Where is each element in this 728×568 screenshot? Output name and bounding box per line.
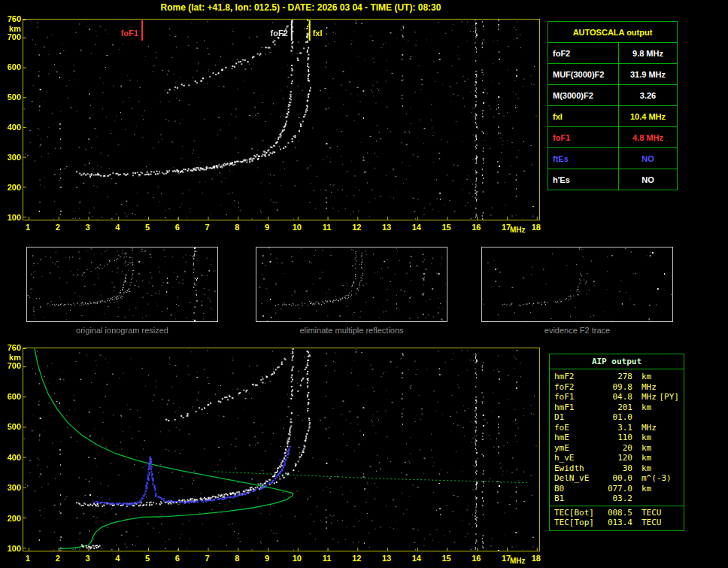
autoscala-row-1: MUF(3000)F231.9 MHz <box>548 64 678 85</box>
thumbnail-canvas-2 <box>256 248 447 321</box>
thumbnail-canvas-3 <box>482 248 672 321</box>
aip-row-8: h_vE120km <box>550 453 684 463</box>
aip-row-label: TEC[Bot] <box>554 508 602 518</box>
aip-row-2: foF104.8MHz[PY] <box>550 392 684 402</box>
top-y-tick-200: 200 <box>2 183 21 192</box>
aip-row-label: foF2 <box>554 382 602 393</box>
top-x-tick-4: 4 <box>110 223 125 232</box>
aip-row-unit: m^(-3) <box>632 473 679 484</box>
autoscala-row-label: foF2 <box>548 43 619 64</box>
bottom-y-tick-200: 200 <box>2 514 21 523</box>
top-x-tick-18: 18 <box>529 223 544 232</box>
top-y-tick-600: 600 <box>2 62 21 71</box>
bottom-y-tick-100: 100 <box>2 544 21 553</box>
aip-output-rows: hmF2278kmfoF209.8MHzfoF104.8MHz[PY]hmF12… <box>550 372 684 528</box>
aip-row-label: B0 <box>554 484 602 494</box>
page-title: Rome (lat: +41.8, lon: 012.5) - DATE: 20… <box>45 2 557 13</box>
top-y-tick-700: 700 <box>2 32 21 41</box>
aip-row-label: hmF2 <box>554 372 602 382</box>
autoscala-app: Rome (lat: +41.8, lon: 012.5) - DATE: 20… <box>0 0 728 568</box>
thumbnail-caption-2: eliminate multiple reflections <box>256 326 447 335</box>
aip-row-14: TEC[Top]013.4TECU <box>550 518 684 528</box>
marker-label-2: fxI <box>313 29 340 38</box>
autoscala-row-6: h'EsNO <box>548 169 678 190</box>
aip-row-value: 008.5 <box>602 508 632 518</box>
aip-row-value: 09.8 <box>602 382 632 393</box>
thumbnail-caption-1: original ionogram resized <box>26 326 218 335</box>
aip-row-label: TEC[Top] <box>554 518 602 528</box>
aip-row-label: h_vE <box>554 453 602 463</box>
bottom-x-tick-7: 7 <box>200 554 215 563</box>
aip-row-label: foF1 <box>554 392 602 402</box>
aip-row-unit: MHz <box>632 423 679 433</box>
autoscala-row-label: h'Es <box>548 169 619 190</box>
aip-row-13: TEC[Bot]008.5TECU <box>550 508 684 518</box>
autoscala-row-label: ftEs <box>548 148 619 169</box>
top-y-tick-500: 500 <box>2 93 21 102</box>
bottom-x-tick-1: 1 <box>20 554 35 563</box>
autoscala-row-value: NO <box>619 169 678 190</box>
autoscala-row-label: fxI <box>548 106 619 127</box>
aip-row-value: 120 <box>602 453 632 463</box>
bottom-y-tick-700: 700 <box>2 361 21 370</box>
aip-row-unit: km <box>632 453 679 463</box>
bottom-y-unit: km <box>2 353 21 362</box>
aip-row-value: 30 <box>602 463 632 474</box>
bottom-x-tick-18: 18 <box>529 554 544 563</box>
thumbnail-1 <box>26 247 218 322</box>
bottom-x-tick-3: 3 <box>80 554 96 563</box>
bottom-x-tick-10: 10 <box>290 554 305 563</box>
autoscala-row-value: NO <box>619 148 678 169</box>
aip-row-unit: km <box>632 443 679 454</box>
top-x-tick-16: 16 <box>469 223 484 232</box>
top-x-unit: MHz <box>510 226 526 234</box>
autoscala-row-2: M(3000)F23.26 <box>548 85 678 106</box>
marker-label-0: foF1 <box>111 29 138 38</box>
bottom-ionogram-plot <box>23 348 540 551</box>
top-x-tick-11: 11 <box>320 223 335 232</box>
aip-row-value: 04.8 <box>602 392 632 402</box>
aip-row-4: D101.0 <box>550 412 684 423</box>
aip-row-label: Ewidth <box>554 463 602 474</box>
aip-row-unit: TECU <box>632 508 679 518</box>
aip-row-11: B0077.0km <box>550 484 684 494</box>
bottom-x-tick-16: 16 <box>469 554 484 563</box>
autoscala-row-value: 3.26 <box>619 85 678 106</box>
top-ionogram-plot <box>23 19 540 220</box>
bottom-x-tick-14: 14 <box>409 554 424 563</box>
bottom-x-tick-11: 11 <box>320 554 335 563</box>
bottom-y-tick-300: 300 <box>2 483 21 492</box>
thumbnail-canvas-1 <box>27 248 217 321</box>
top-x-tick-9: 9 <box>259 223 275 232</box>
autoscala-row-value: 10.4 MHz <box>619 106 678 127</box>
aip-row-label: hmE <box>554 433 602 443</box>
aip-row-1: foF209.8MHz <box>550 382 684 393</box>
aip-row-value: 110 <box>602 433 632 443</box>
top-x-tick-2: 2 <box>50 223 65 232</box>
aip-row-value: 278 <box>602 372 632 382</box>
autoscala-row-label: MUF(3000)F2 <box>548 64 619 85</box>
aip-row-10: DelN_vE00.0m^(-3) <box>550 473 684 484</box>
top-x-tick-15: 15 <box>439 223 454 232</box>
bottom-x-tick-5: 5 <box>140 554 155 563</box>
bottom-x-tick-13: 13 <box>379 554 394 563</box>
top-x-tick-14: 14 <box>409 223 424 232</box>
marker-label-1: foF2 <box>261 29 288 38</box>
aip-row-3: hmF1201km <box>550 402 684 413</box>
bottom-x-unit: MHz <box>510 557 526 565</box>
aip-row-label: D1 <box>554 412 602 423</box>
aip-row-label: foE <box>554 423 602 433</box>
aip-row-0: hmF2278km <box>550 372 684 382</box>
aip-row-unit: km <box>632 484 679 494</box>
aip-row-value: 201 <box>602 402 632 413</box>
aip-row-value: 01.0 <box>602 412 632 423</box>
aip-row-label: DelN_vE <box>554 473 602 484</box>
top-x-tick-13: 13 <box>379 223 394 232</box>
top-x-tick-7: 7 <box>200 223 215 232</box>
aip-row-unit <box>632 494 679 504</box>
bottom-x-tick-15: 15 <box>439 554 454 563</box>
aip-row-unit: MHz <box>632 392 660 402</box>
aip-row-unit: km <box>632 402 679 413</box>
autoscala-row-value: 9.8 MHz <box>619 43 678 64</box>
aip-row-9: Ewidth30km <box>550 463 684 474</box>
